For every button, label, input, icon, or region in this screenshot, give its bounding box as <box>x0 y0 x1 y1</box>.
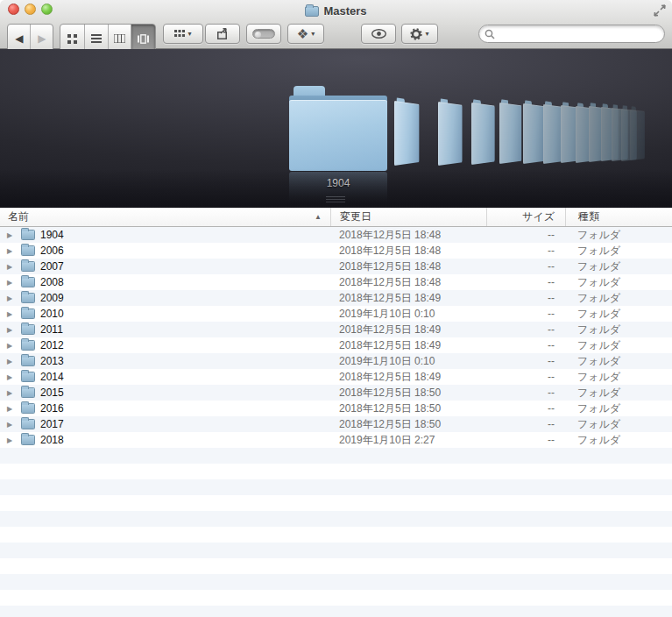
file-kind: フォルダ <box>565 353 672 369</box>
arrange-button[interactable]: ▾ <box>163 24 203 44</box>
title-bar[interactable]: Masters <box>0 0 672 19</box>
coverflow-selected-label: 1904 <box>289 177 387 189</box>
table-row[interactable]: ▶20182019年1月10日 2:27--フォルダ <box>0 432 672 448</box>
toggle-button[interactable] <box>246 24 281 44</box>
table-row[interactable]: ▶20132019年1月10日 0:10--フォルダ <box>0 353 672 369</box>
date-modified: 2019年1月10日 0:10 <box>330 353 486 369</box>
file-name: 2010 <box>40 308 64 320</box>
table-row[interactable]: ▶20122018年12月5日 18:49--フォルダ <box>0 337 672 353</box>
folder-icon <box>21 324 35 335</box>
disclosure-triangle-icon[interactable]: ▶ <box>4 247 16 255</box>
folder-icon <box>21 340 35 351</box>
file-size: -- <box>486 432 565 448</box>
search-icon <box>485 29 495 39</box>
file-size: -- <box>486 369 565 385</box>
disclosure-triangle-icon[interactable]: ▶ <box>4 358 16 365</box>
dropbox-icon: ❖ <box>297 27 308 40</box>
disclosure-triangle-icon[interactable]: ▶ <box>4 294 16 302</box>
table-row[interactable]: ▶20072018年12月5日 18:48--フォルダ <box>0 259 672 274</box>
disclosure-triangle-icon[interactable]: ▶ <box>4 263 16 271</box>
table-row[interactable]: ▶20082018年12月5日 18:48--フォルダ <box>0 274 672 290</box>
arrange-icon <box>174 30 185 38</box>
file-kind: フォルダ <box>565 274 672 290</box>
file-name: 2015 <box>40 387 64 399</box>
file-size: -- <box>486 337 565 353</box>
search-input[interactable] <box>499 27 664 41</box>
table-row[interactable]: ▶20112018年12月5日 18:49--フォルダ <box>0 322 672 337</box>
coverflow-selected-folder[interactable] <box>289 86 387 171</box>
date-modified: 2018年12月5日 18:48 <box>330 227 486 243</box>
file-size: -- <box>486 274 565 290</box>
chevron-down-icon: ▾ <box>311 30 315 38</box>
folder-icon <box>21 277 35 287</box>
empty-row <box>0 527 672 543</box>
file-name: 2013 <box>40 355 64 367</box>
column-label: 名前 <box>8 209 29 224</box>
date-modified: 2018年12月5日 18:48 <box>330 274 486 290</box>
column-header-name[interactable]: 名前▲ <box>0 208 330 226</box>
table-row[interactable]: ▶19042018年12月5日 18:48--フォルダ <box>0 227 672 243</box>
disclosure-triangle-icon[interactable]: ▶ <box>4 436 16 444</box>
coverflow-view[interactable]: 1904 <box>0 49 672 208</box>
date-modified: 2018年12月5日 18:50 <box>330 385 486 401</box>
dropbox-button[interactable]: ❖ ▾ <box>287 24 324 44</box>
table-row[interactable]: ▶20172018年12月5日 18:50--フォルダ <box>0 416 672 432</box>
column-header-date[interactable]: 変更日 <box>330 208 486 226</box>
quicklook-button[interactable] <box>361 24 396 44</box>
eye-icon <box>371 29 386 39</box>
coverflow-folder[interactable] <box>471 103 494 165</box>
coverflow-folder[interactable] <box>394 101 419 166</box>
column-header-kind[interactable]: 種類 <box>565 208 672 226</box>
back-icon: ◀ <box>15 32 23 45</box>
coverflow-resize-handle[interactable] <box>326 196 345 202</box>
file-kind: フォルダ <box>565 432 672 448</box>
chevron-down-icon: ▾ <box>425 30 428 38</box>
table-row[interactable]: ▶20102019年1月10日 0:10--フォルダ <box>0 306 672 322</box>
file-size: -- <box>486 306 565 322</box>
table-row[interactable]: ▶20162018年12月5日 18:50--フォルダ <box>0 401 672 416</box>
file-kind: フォルダ <box>565 243 672 259</box>
date-modified: 2019年1月10日 0:10 <box>330 306 486 322</box>
coverflow-folder[interactable] <box>630 110 645 160</box>
share-icon <box>216 28 229 39</box>
column-header-size[interactable]: サイズ <box>486 208 565 226</box>
folder-icon <box>305 6 319 17</box>
disclosure-triangle-icon[interactable]: ▶ <box>4 342 16 350</box>
search-field[interactable] <box>478 25 665 43</box>
toggle-switch-icon <box>252 29 275 39</box>
sort-ascending-icon: ▲ <box>315 213 322 221</box>
file-size: -- <box>486 416 565 432</box>
file-kind: フォルダ <box>565 369 672 385</box>
empty-row <box>0 511 672 527</box>
disclosure-triangle-icon[interactable]: ▶ <box>4 373 16 381</box>
column-label: サイズ <box>522 209 555 224</box>
empty-row <box>0 495 672 511</box>
disclosure-triangle-icon[interactable]: ▶ <box>4 389 16 397</box>
disclosure-triangle-icon[interactable]: ▶ <box>4 310 16 318</box>
table-row[interactable]: ▶20152018年12月5日 18:50--フォルダ <box>0 385 672 401</box>
table-row[interactable]: ▶20142018年12月5日 18:49--フォルダ <box>0 369 672 385</box>
date-modified: 2018年12月5日 18:49 <box>330 369 486 385</box>
file-kind: フォルダ <box>565 322 672 337</box>
table-row[interactable]: ▶20062018年12月5日 18:48--フォルダ <box>0 243 672 259</box>
action-button[interactable]: ▾ <box>401 24 438 44</box>
date-modified: 2018年12月5日 18:49 <box>330 322 486 337</box>
file-size: -- <box>486 259 565 274</box>
folder-icon <box>21 293 35 303</box>
table-row[interactable]: ▶20092018年12月5日 18:49--フォルダ <box>0 290 672 306</box>
disclosure-triangle-icon[interactable]: ▶ <box>4 405 16 413</box>
date-modified: 2018年12月5日 18:48 <box>330 259 486 274</box>
disclosure-triangle-icon[interactable]: ▶ <box>4 279 16 287</box>
file-size: -- <box>486 353 565 369</box>
file-kind: フォルダ <box>565 385 672 401</box>
file-size: -- <box>486 322 565 337</box>
disclosure-triangle-icon[interactable]: ▶ <box>4 326 16 334</box>
coverflow-folder[interactable] <box>499 103 522 164</box>
list-view-icon <box>91 34 102 43</box>
fullscreen-icon[interactable] <box>653 4 667 18</box>
coverflow-folder[interactable] <box>523 103 545 164</box>
disclosure-triangle-icon[interactable]: ▶ <box>4 421 16 429</box>
coverflow-folder[interactable] <box>438 102 462 166</box>
share-button[interactable] <box>205 24 240 44</box>
disclosure-triangle-icon[interactable]: ▶ <box>4 231 16 239</box>
